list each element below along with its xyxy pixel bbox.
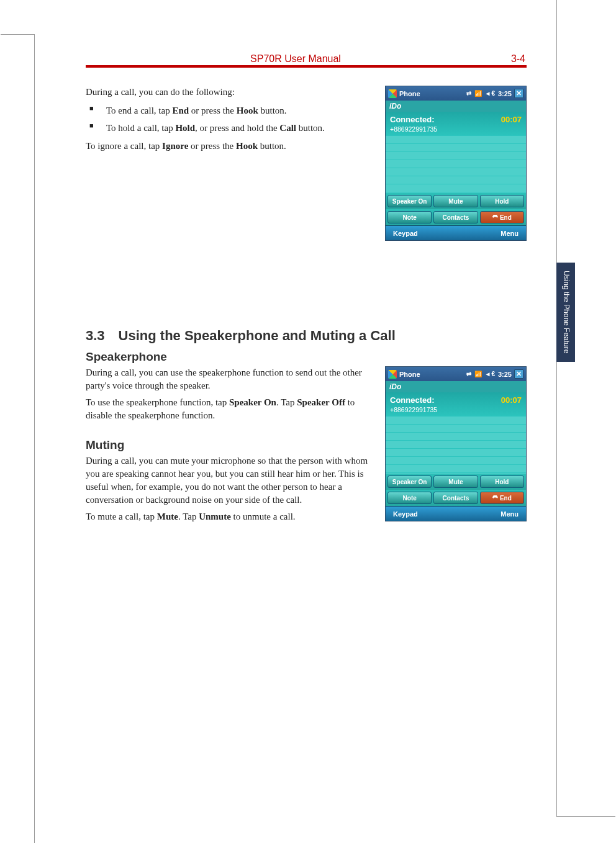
close-icon[interactable]: ✕ [514,89,523,98]
text: button. [258,141,286,151]
text: or press the [189,106,237,115]
windows-flag-icon [388,370,397,379]
connected-label: Connected: [390,395,435,405]
text: button. [296,123,325,133]
ignore-line: To ignore a call, tap Ignore or press th… [86,140,374,153]
bold: Ignore [162,141,188,151]
end-label: End [500,214,512,221]
hold-button[interactable]: Hold [480,476,524,488]
speakerphone-heading: Speakerphone [86,350,527,364]
signal-icon: ⇄ 📶 ◄€ [466,90,496,97]
menu-softkey[interactable]: Menu [500,230,519,237]
phone-screenshot-2: Phone ⇄ 📶 ◄€ 3:25 ✕ iDo Connected: 00:07… [385,366,527,521]
speaker-on-button[interactable]: Speaker On [387,476,432,488]
section-3-3-heading: 3.3 Using the Speakerphone and Muting a … [86,328,527,344]
call-timer: 00:07 [501,115,522,124]
text: or press the [188,141,236,151]
menu-softkey[interactable]: Menu [500,510,519,518]
connected-label: Connected: [390,115,435,124]
text: to unmute a call. [231,512,296,521]
list-item: To hold a call, tap Hold, or press and h… [86,119,374,137]
call-status: Connected: 00:07 +886922991735 [386,392,526,416]
close-icon[interactable]: ✕ [514,369,523,379]
button-row-1: Speaker On Mute Hold [386,193,526,209]
speaker-on-button[interactable]: Speaker On [387,195,432,207]
app-title: Phone [399,90,420,97]
phone-screenshot-1: Phone ⇄ 📶 ◄€ 3:25 ✕ iDo Connected: 00:07… [385,86,527,241]
clock-text: 3:25 [498,90,512,97]
windows-flag-icon [388,89,397,98]
contacts-button[interactable]: Contacts [433,211,478,223]
page: SP70R User Manual 3-4 Using the Phone Fe… [34,0,557,843]
phone-number: +886922991735 [390,125,522,133]
side-tab: Using the Phone Feature [556,263,575,362]
text: To end a call, tap [106,106,172,115]
keypad-softkey[interactable]: Keypad [393,510,418,518]
mute-button[interactable]: Mute [433,476,478,488]
crop-mark-bottom-h [556,816,615,817]
muting-heading: Muting [86,438,374,452]
list-item: To end a call, tap End or press the Hook… [86,102,374,120]
note-button[interactable]: Note [387,211,432,223]
hold-button[interactable]: Hold [480,195,524,207]
phone-body [386,416,526,474]
header-title: SP70R User Manual [35,53,556,65]
mute-button[interactable]: Mute [433,195,478,207]
keypad-softkey[interactable]: Keypad [393,230,418,237]
bold: End [172,106,189,115]
end-button[interactable]: End [480,211,524,223]
crop-mark-v [34,0,35,34]
text: To mute a call, tap [86,512,157,521]
muting-p1: During a call, you can mute your microph… [86,454,374,507]
carrier-label: iDo [386,101,526,112]
text: To hold a call, tap [106,123,175,133]
muting-p2: To mute a call, tap Mute. Tap Unmute to … [86,510,374,523]
end-label: End [500,495,512,502]
soft-key-bar: Keypad Menu [386,225,526,240]
call-status: Connected: 00:07 +886922991735 [386,112,526,135]
bold: Mute [157,512,178,521]
intro-lead: During a call, you can do the following: [86,86,374,99]
text: . Tap [276,397,297,407]
speakerphone-p2: To use the speakerphone function, tap Sp… [86,396,374,422]
phone-body [386,135,526,193]
header-divider [86,65,527,68]
note-button[interactable]: Note [387,492,432,504]
call-timer: 00:07 [501,395,522,405]
text: To use the speakerphone function, tap [86,397,229,407]
clock-text: 3:25 [498,371,512,378]
text: button. [258,106,287,115]
soft-key-bar: Keypad Menu [386,506,526,521]
intro-bullets: To end a call, tap End or press the Hook… [86,102,374,137]
text: , or press and hold the [195,123,279,133]
crop-mark-bottom-v [556,817,557,843]
bold: Unmute [199,512,231,521]
bold: Hook [237,106,258,115]
text: . Tap [178,512,199,521]
hangup-icon [492,215,498,220]
content-area: During a call, you can do the following:… [86,86,527,527]
button-row-1: Speaker On Mute Hold [386,474,526,490]
end-button[interactable]: End [480,492,524,504]
hangup-icon [492,495,498,501]
phone-title-bar: Phone ⇄ 📶 ◄€ 3:25 ✕ [386,86,526,101]
signal-icon: ⇄ 📶 ◄€ [466,371,496,377]
phone-title-bar: Phone ⇄ 📶 ◄€ 3:25 ✕ [386,367,526,381]
button-row-2: Note Contacts End [386,490,526,506]
contacts-button[interactable]: Contacts [433,492,478,504]
speakerphone-p1: During a call, you can use the speakerph… [86,366,374,392]
bold: Hook [236,141,258,151]
app-title: Phone [399,371,420,378]
text: To ignore a call, tap [86,141,162,151]
bold: Speaker On [229,397,276,407]
phone-number: +886922991735 [390,406,522,413]
crop-mark-h [1,34,35,35]
bold: Call [279,123,296,133]
bold: Speaker Off [297,397,345,407]
header-page-number: 3-4 [511,53,525,65]
bold: Hold [175,123,195,133]
carrier-label: iDo [386,381,526,392]
button-row-2: Note Contacts End [386,209,526,225]
